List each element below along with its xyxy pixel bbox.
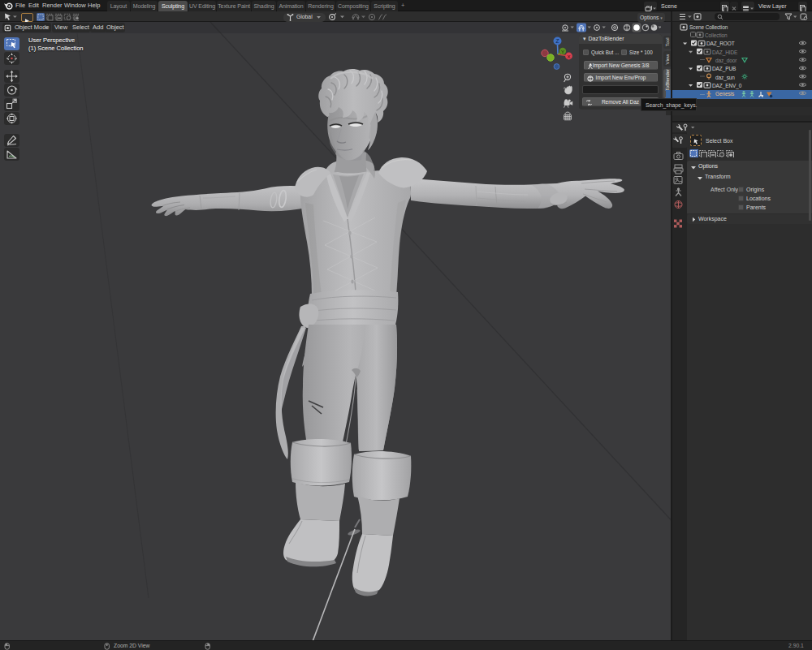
svg-text:X: X xyxy=(567,54,570,59)
svg-text:Z: Z xyxy=(556,38,559,44)
svg-text:Y: Y xyxy=(561,50,564,54)
